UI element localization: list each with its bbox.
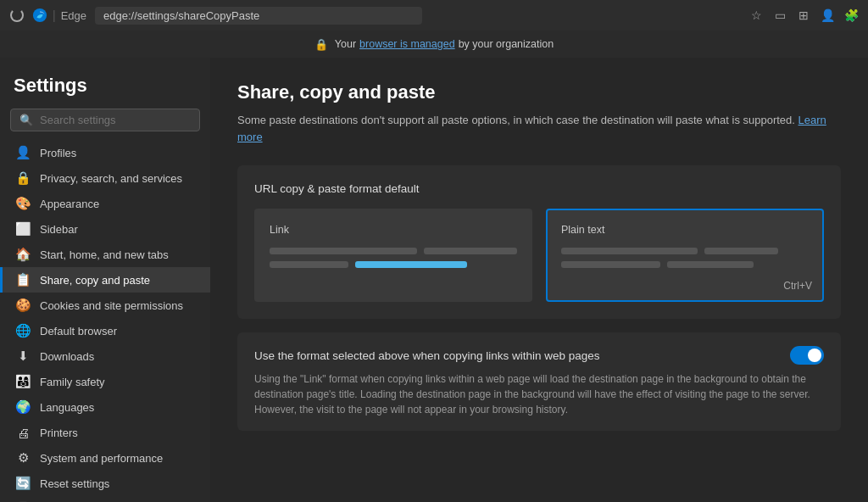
mock-line-2 xyxy=(424,248,517,254)
extensions-icon[interactable]: 🧩 xyxy=(844,8,858,22)
nav-reset[interactable]: 🔄 Reset settings xyxy=(0,471,210,496)
sidebar-icon: ⬜ xyxy=(16,222,30,236)
search-box[interactable]: 🔍 xyxy=(10,109,200,131)
toggle-section: Use the format selected above when copyi… xyxy=(237,332,841,431)
nav-languages[interactable]: 🌍 Languages xyxy=(0,394,210,420)
nav-label-system: System and performance xyxy=(40,452,163,465)
nav-label-appearance: Appearance xyxy=(40,198,99,210)
toggle-title: Use the format selected above when copyi… xyxy=(254,349,599,362)
profiles-icon: 👤 xyxy=(16,146,30,159)
shortcut-label: Ctrl+V xyxy=(783,280,812,292)
cookies-icon: 🍪 xyxy=(16,298,30,312)
start-icon: 🏠 xyxy=(16,248,30,261)
search-input[interactable] xyxy=(40,114,191,126)
info-suffix: by your organization xyxy=(459,38,554,50)
family-icon: 👨‍👩‍👧 xyxy=(16,375,30,388)
nav-label-reset: Reset settings xyxy=(40,477,109,490)
appearance-icon: 🎨 xyxy=(16,197,30,210)
plain-preview xyxy=(561,248,809,268)
nav-profiles[interactable]: 👤 Profiles xyxy=(0,140,210,165)
nav-label-sidebar: Sidebar xyxy=(40,223,78,236)
divider: | xyxy=(53,8,56,22)
languages-icon: 🌍 xyxy=(16,400,30,414)
toolbar-icons: ☆ ▭ ⊞ 👤 🧩 xyxy=(749,8,858,22)
mock-line-p2 xyxy=(704,248,779,254)
title-bar: | Edge edge://settings/shareCopyPaste ☆ … xyxy=(0,0,868,31)
mock-line-1 xyxy=(270,248,417,254)
content-area: Share, copy and paste Some paste destina… xyxy=(210,58,868,502)
system-icon: ⚙ xyxy=(16,451,30,465)
toggle-switch[interactable] xyxy=(790,346,824,365)
link-label: Link xyxy=(270,224,517,236)
subtitle-text: Some paste destinations don't support al… xyxy=(237,114,795,126)
printers-icon: 🖨 xyxy=(16,426,30,439)
split-icon[interactable]: ⊞ xyxy=(797,8,810,22)
browser-logo: | Edge xyxy=(32,8,86,23)
main-layout: Settings 🔍 👤 Profiles 🔒 Privacy, search,… xyxy=(0,58,868,502)
nav-cookies[interactable]: 🍪 Cookies and site permissions xyxy=(0,293,210,318)
reset-icon: 🔄 xyxy=(16,477,30,490)
nav-share[interactable]: 📋 Share, copy and paste xyxy=(0,267,210,293)
toggle-description: Using the "Link" format when copying lin… xyxy=(254,371,824,417)
nav-family[interactable]: 👨‍👩‍👧 Family safety xyxy=(0,369,210,394)
nav-default-browser[interactable]: 🌐 Default browser xyxy=(0,318,210,343)
nav-printers[interactable]: 🖨 Printers xyxy=(0,420,210,445)
nav-label-printers: Printers xyxy=(40,427,78,439)
nav-label-cookies: Cookies and site permissions xyxy=(40,299,183,312)
mock-line-3 xyxy=(270,261,348,268)
mock-line-p1 xyxy=(561,248,698,254)
format-option-link[interactable]: Link xyxy=(254,209,532,302)
downloads-icon: ⬇ xyxy=(16,349,30,363)
nav-start[interactable]: 🏠 Start, home, and new tabs xyxy=(0,242,210,267)
nav-label-privacy: Privacy, search, and services xyxy=(40,172,182,185)
url-card-title: URL copy & paste format default xyxy=(254,182,824,195)
page-subtitle: Some paste destinations don't support al… xyxy=(237,112,841,145)
format-option-plain[interactable]: Plain text Ctrl+V xyxy=(546,209,824,302)
nav-label-languages: Languages xyxy=(40,401,94,414)
nav-label-share: Share, copy and paste xyxy=(40,274,150,287)
nav-sidebar-item[interactable]: ⬜ Sidebar xyxy=(0,216,210,242)
mock-line-blue xyxy=(355,261,466,268)
nav-label-family: Family safety xyxy=(40,376,105,388)
profile-icon[interactable]: 👤 xyxy=(821,8,834,22)
managed-link[interactable]: browser is managed xyxy=(359,38,455,50)
refresh-icon[interactable] xyxy=(10,8,24,22)
info-prefix: Your xyxy=(335,38,356,50)
search-icon: 🔍 xyxy=(19,114,33,126)
sidebar-title: Settings xyxy=(0,64,210,109)
managed-info-bar: 🔒 Your browser is managed by your organi… xyxy=(0,31,868,58)
privacy-icon: 🔒 xyxy=(16,171,30,185)
nav-appearance[interactable]: 🎨 Appearance xyxy=(0,191,210,216)
browser-label: Edge xyxy=(61,9,86,22)
nav-label-start: Start, home, and new tabs xyxy=(40,248,169,261)
toggle-header: Use the format selected above when copyi… xyxy=(254,346,824,365)
mock-line-p3 xyxy=(561,261,660,268)
nav-label-default: Default browser xyxy=(40,325,117,337)
plain-label: Plain text xyxy=(561,224,809,236)
lock-icon: 🔒 xyxy=(314,38,328,51)
edge-icon xyxy=(32,8,47,23)
sidebar: Settings 🔍 👤 Profiles 🔒 Privacy, search,… xyxy=(0,58,210,502)
nav-system[interactable]: ⚙ System and performance xyxy=(0,445,210,471)
address-bar[interactable]: edge://settings/shareCopyPaste xyxy=(95,7,422,25)
share-icon: 📋 xyxy=(16,273,30,287)
default-browser-icon: 🌐 xyxy=(16,324,30,337)
nav-downloads[interactable]: ⬇ Downloads xyxy=(0,343,210,369)
url-format-card: URL copy & paste format default Link xyxy=(237,165,841,319)
link-preview xyxy=(270,248,517,268)
favorites-icon[interactable]: ☆ xyxy=(749,8,763,22)
nav-label-profiles: Profiles xyxy=(40,147,76,159)
nav-phone[interactable]: 📱 Phone and other devices xyxy=(0,496,210,502)
collections-icon[interactable]: ▭ xyxy=(773,8,787,22)
page-title: Share, copy and paste xyxy=(237,81,841,103)
mock-line-p4 xyxy=(667,261,754,268)
format-options: Link Plain text xyxy=(254,209,824,302)
nav-privacy[interactable]: 🔒 Privacy, search, and services xyxy=(0,165,210,191)
nav-label-downloads: Downloads xyxy=(40,350,94,363)
